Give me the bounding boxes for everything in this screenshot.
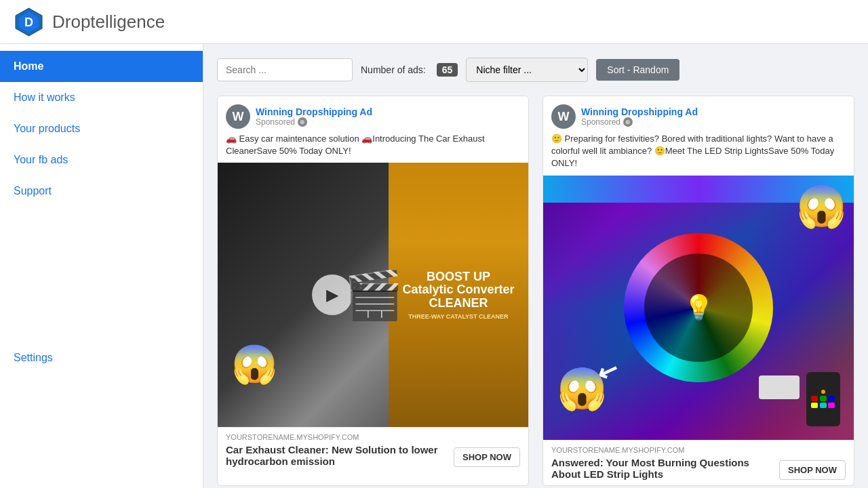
card-brand-2: Winning Dropshipping Ad [581,106,846,117]
card-body-text-2: 🙂 Preparing for festivities? Bored with … [543,133,854,176]
card-brand-1: Winning Dropshipping Ad [256,106,520,117]
sponsored-icon-2: ⊕ [623,117,633,127]
ad-card-led-lights: W Winning Dropshipping Ad Sponsored ⊕ 🙂 … [542,96,854,486]
sidebar-item-your-products[interactable]: Your products [0,113,203,144]
card-bottom-row-2: Answered: Your Most Burning Questions Ab… [551,457,846,480]
led-strip-product: 💡 [684,293,714,322]
sidebar-item-support[interactable]: Support [0,176,203,207]
search-input[interactable] [217,58,353,81]
shop-now-button-1[interactable]: SHOP NOW [454,447,520,467]
emoji-led-top-right: 😱 [796,182,847,230]
logo-icon: D [14,7,44,37]
card-footer-1: YOURSTORENAME.MYSHOPIFY.COM Car Exhaust … [218,427,528,472]
card-image-car: BOOST UPCatalytic ConverterCLEANER THREE… [218,163,528,427]
emoji-led-bottom-left: 😱 [557,365,608,413]
sidebar-item-how-it-works[interactable]: How it works [0,82,203,113]
card-image-led: 💡 ↙ 😱 😱 [543,176,854,440]
toolbar: Number of ads: 65 Niche filter ... Elect… [217,58,854,82]
main-content: Number of ads: 65 Niche filter ... Elect… [203,44,868,488]
sidebar-item-settings[interactable]: Settings [0,342,203,373]
bottle-sub: THREE-WAY CATALYST CLEANER [408,313,508,320]
app-header: D Droptelligence [0,0,868,44]
power-adapter [759,375,800,399]
card-sponsored-1: Sponsored ⊕ [256,117,520,127]
sponsored-icon-1: ⊕ [298,117,307,127]
card-store-url-2: YOURSTORENAME.MYSHOPIFY.COM [551,446,846,454]
card-store-url-1: YOURSTORENAME.MYSHOPIFY.COM [226,433,520,441]
ads-label: Number of ads: [361,64,426,75]
sidebar: Home How it works Your products Your fb … [0,44,203,488]
main-layout: Home How it works Your products Your fb … [0,44,868,488]
card-footer-2: YOURSTORENAME.MYSHOPIFY.COM Answered: Yo… [543,440,854,485]
card-title-area-2: Winning Dropshipping Ad Sponsored ⊕ [581,106,846,127]
play-button-car[interactable]: ▶ [312,274,353,315]
ads-count-badge: 65 [437,63,458,77]
card-header-1: W Winning Dropshipping Ad Sponsored ⊕ [218,96,528,133]
remote-control [806,372,840,426]
card-title-area-1: Winning Dropshipping Ad Sponsored ⊕ [256,106,520,127]
card-sponsored-2: Sponsored ⊕ [581,117,846,127]
sidebar-item-your-fb-ads[interactable]: Your fb ads [0,144,203,176]
bottle-label: BOOST UPCatalytic ConverterCLEANER [402,270,514,310]
sidebar-item-home[interactable]: Home [0,51,203,82]
app-title: Droptelligence [52,12,165,33]
cards-grid: W Winning Dropshipping Ad Sponsored ⊕ 🚗 … [217,96,854,486]
emoji-surprised-car: 😱 [231,342,278,386]
avatar-2: W [551,104,576,129]
card-bottom-row-1: Car Exhaust Cleaner: New Solution to low… [226,444,520,467]
ad-card-car-exhaust: W Winning Dropshipping Ad Sponsored ⊕ 🚗 … [217,96,529,486]
avatar-1: W [226,104,250,129]
niche-filter-select[interactable]: Niche filter ... Electronics Beauty Home… [466,58,588,82]
card-product-title-2: Answered: Your Most Burning Questions Ab… [551,457,772,480]
svg-text:D: D [24,16,33,29]
card-product-title-1: Car Exhaust Cleaner: New Solution to low… [226,444,447,467]
card-body-text-1: 🚗 Easy car maintenance solution 🚗Introdu… [218,133,528,163]
shop-now-button-2[interactable]: SHOP NOW [779,460,846,480]
sort-random-button[interactable]: Sort - Random [596,59,679,81]
bottle-overlay: BOOST UPCatalytic ConverterCLEANER THREE… [389,163,528,427]
card-header-2: W Winning Dropshipping Ad Sponsored ⊕ [543,96,854,133]
